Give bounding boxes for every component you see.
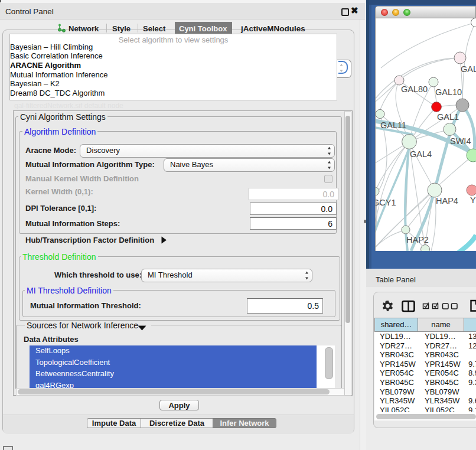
svg-text:GAL10: GAL10 (435, 87, 462, 97)
svg-text:SWI4: SWI4 (450, 136, 471, 146)
svg-text:GAL4: GAL4 (410, 149, 432, 159)
svg-text:GAL11: GAL11 (380, 120, 406, 130)
svg-text:GCY1: GCY1 (376, 198, 396, 207)
svg-text:GAL1: GAL1 (437, 112, 459, 122)
svg-text:HAP4: HAP4 (436, 196, 458, 206)
svg-text:GAL80: GAL80 (401, 84, 428, 94)
svg-text:Y: Y (470, 195, 476, 205)
svg-text:HAP2: HAP2 (406, 235, 429, 244)
svg-text:GAL: GAL (461, 64, 476, 74)
